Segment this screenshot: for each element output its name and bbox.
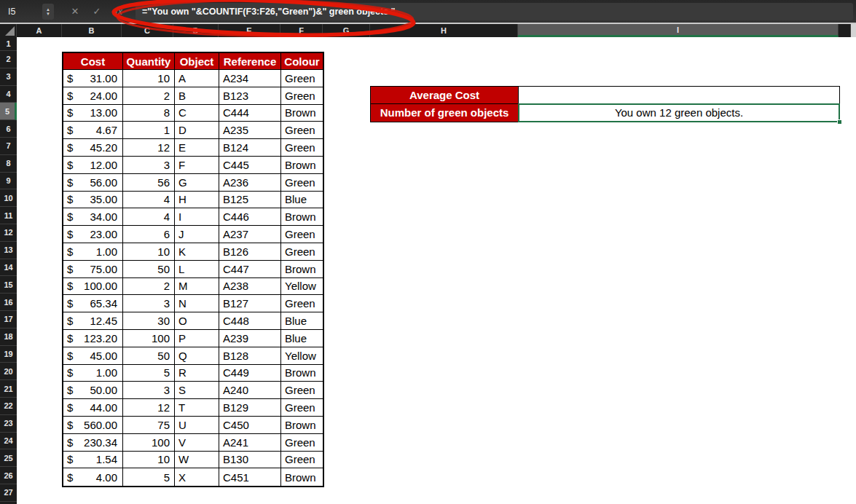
cell-colour[interactable]: Green xyxy=(281,243,323,261)
cell-colour[interactable]: Brown xyxy=(281,417,323,434)
cell-object[interactable]: N xyxy=(175,295,219,312)
cell-colour[interactable]: Green xyxy=(281,174,323,192)
cell-object[interactable]: W xyxy=(175,452,219,469)
cell-colour[interactable]: Blue xyxy=(281,312,323,330)
cell-object[interactable]: J xyxy=(175,226,219,243)
cell-reference[interactable]: C446 xyxy=(219,208,281,226)
cell-cost[interactable]: $35.00 xyxy=(63,192,123,209)
row-header-23[interactable]: 23 xyxy=(0,415,17,433)
cell-colour[interactable]: Blue xyxy=(281,330,323,347)
cell-reference[interactable]: A238 xyxy=(219,278,281,296)
cell-colour[interactable]: Blue xyxy=(281,192,323,209)
cell-quantity[interactable]: 100 xyxy=(123,434,175,452)
column-header-e[interactable]: E xyxy=(219,24,280,37)
column-header-c[interactable]: C xyxy=(122,24,173,37)
data-table-header-colour[interactable]: Colour xyxy=(281,53,323,70)
row-header-24[interactable]: 24 xyxy=(0,433,17,450)
cell-cost[interactable]: $12.45 xyxy=(63,312,123,330)
cell-reference[interactable]: B127 xyxy=(219,295,281,312)
cell-cost[interactable]: $13.00 xyxy=(63,105,123,122)
cell-quantity[interactable]: 30 xyxy=(123,312,175,330)
cell-reference[interactable]: A239 xyxy=(219,330,281,347)
row-header-5[interactable]: 5 xyxy=(0,103,17,120)
summary-label[interactable]: Average Cost xyxy=(371,87,519,104)
column-header-d[interactable]: D xyxy=(173,24,219,37)
cell-reference[interactable]: C444 xyxy=(219,105,281,122)
cell-quantity[interactable]: 3 xyxy=(123,157,175,174)
spinner-down-icon[interactable]: ▼ xyxy=(46,12,50,16)
cell-reference[interactable]: C449 xyxy=(219,365,281,382)
cell-quantity[interactable]: 3 xyxy=(123,382,175,399)
column-header-b[interactable]: B xyxy=(62,24,122,37)
data-table-header-quantity[interactable]: Quantity xyxy=(123,53,175,70)
cell-quantity[interactable]: 4 xyxy=(123,208,175,226)
cell-colour[interactable]: Green xyxy=(281,452,323,469)
cell-quantity[interactable]: 2 xyxy=(123,87,175,105)
summary-label[interactable]: Number of green objects xyxy=(371,104,519,122)
row-header-2[interactable]: 2 xyxy=(0,51,17,68)
cell-colour[interactable]: Brown xyxy=(281,365,323,382)
cancel-icon[interactable]: ✕ xyxy=(64,6,86,17)
row-header-26[interactable]: 26 xyxy=(0,467,17,484)
cell-object[interactable]: X xyxy=(175,468,219,486)
cell-cost[interactable]: $75.00 xyxy=(63,261,123,278)
row-header-19[interactable]: 19 xyxy=(0,346,17,363)
cell-cost[interactable]: $31.00 xyxy=(63,70,123,87)
cell-quantity[interactable]: 6 xyxy=(123,226,175,243)
row-header-17[interactable]: 17 xyxy=(0,311,17,328)
data-table-header-reference[interactable]: Reference xyxy=(219,53,281,70)
cell-object[interactable]: S xyxy=(175,382,219,399)
cell-reference[interactable]: B125 xyxy=(219,192,281,209)
cell-object[interactable]: B xyxy=(175,87,219,105)
column-header-g[interactable]: G xyxy=(323,24,370,37)
cell-colour[interactable]: Green xyxy=(281,87,323,105)
cell-cost[interactable]: $1.54 xyxy=(63,452,123,469)
cell-quantity[interactable]: 10 xyxy=(123,243,175,261)
select-all-corner[interactable] xyxy=(0,24,17,37)
cell-colour[interactable]: Yellow xyxy=(281,347,323,365)
data-table-header-object[interactable]: Object xyxy=(175,53,219,70)
cell-cost[interactable]: $50.00 xyxy=(63,382,123,399)
cell-cost[interactable]: $1.00 xyxy=(63,243,123,261)
cell-object[interactable]: P xyxy=(175,330,219,347)
cell-object[interactable]: E xyxy=(175,139,219,157)
cell-quantity[interactable]: 50 xyxy=(123,347,175,365)
cell-quantity[interactable]: 5 xyxy=(123,468,175,486)
column-header-i[interactable]: I xyxy=(518,24,839,37)
cell-object[interactable]: L xyxy=(175,261,219,278)
cell-quantity[interactable]: 1 xyxy=(123,122,175,139)
cell-cost[interactable]: $65.34 xyxy=(63,295,123,312)
cell-quantity[interactable]: 2 xyxy=(123,278,175,296)
row-header-7[interactable]: 7 xyxy=(0,138,17,155)
cell-cost[interactable]: $123.20 xyxy=(63,330,123,347)
cell-quantity[interactable]: 50 xyxy=(123,261,175,278)
cell-quantity[interactable]: 4 xyxy=(123,192,175,209)
row-header-9[interactable]: 9 xyxy=(0,173,17,190)
row-header-14[interactable]: 14 xyxy=(0,259,17,277)
cell-quantity[interactable]: 56 xyxy=(123,174,175,192)
cell-object[interactable]: R xyxy=(175,365,219,382)
cell-object[interactable]: F xyxy=(175,157,219,174)
cell-reference[interactable]: C451 xyxy=(219,468,281,486)
cell-quantity[interactable]: 3 xyxy=(123,295,175,312)
cell-quantity[interactable]: 8 xyxy=(123,105,175,122)
cell-colour[interactable]: Green xyxy=(281,139,323,157)
cell-cost[interactable]: $12.00 xyxy=(63,157,123,174)
cell-i4[interactable] xyxy=(519,87,839,104)
cell-reference[interactable]: C445 xyxy=(219,157,281,174)
cell-quantity[interactable]: 75 xyxy=(123,417,175,434)
cell-cost[interactable]: $4.00 xyxy=(63,468,123,486)
cell-object[interactable]: G xyxy=(175,174,219,192)
cell-cost[interactable]: $56.00 xyxy=(63,174,123,192)
row-header-16[interactable]: 16 xyxy=(0,294,17,311)
name-box[interactable]: I5 xyxy=(0,7,42,17)
cell-reference[interactable]: B126 xyxy=(219,243,281,261)
cell-reference[interactable]: C448 xyxy=(219,312,281,330)
cell-colour[interactable]: Green xyxy=(281,122,323,139)
cell-reference[interactable]: A235 xyxy=(219,122,281,139)
cell-colour[interactable]: Brown xyxy=(281,261,323,278)
cell-object[interactable]: M xyxy=(175,278,219,296)
row-header-20[interactable]: 20 xyxy=(0,363,17,380)
cell-quantity[interactable]: 10 xyxy=(123,452,175,469)
cell-quantity[interactable]: 12 xyxy=(123,399,175,417)
